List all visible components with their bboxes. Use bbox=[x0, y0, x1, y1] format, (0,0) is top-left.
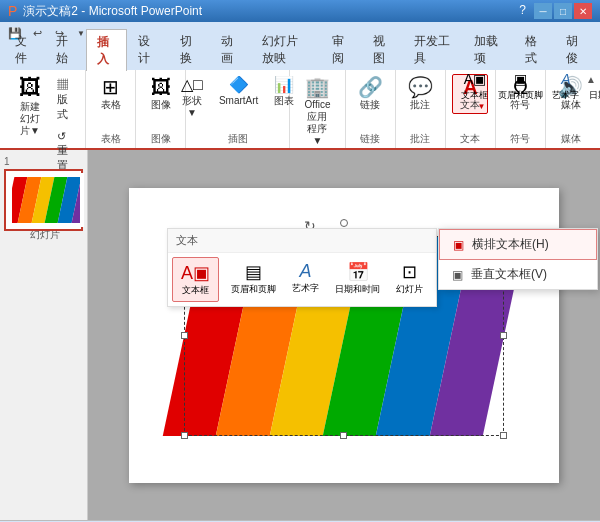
tab-animations[interactable]: 动画 bbox=[210, 28, 251, 70]
header-footer-icon: ▣ bbox=[514, 71, 527, 87]
ribbon-group-comments: 💬 批注 批注 bbox=[396, 70, 446, 148]
header-footer-btn[interactable]: ▣ 页眉和页脚 bbox=[495, 68, 546, 105]
ribbon-group-text: A 文本 ▼ 文本 A▣ 文本框 ▣ 页眉和页脚 A 艺术字 📅 日 bbox=[446, 70, 496, 148]
wordart-expanded-icon: A bbox=[300, 261, 312, 282]
window-title: 演示文稿2 - Microsoft PowerPoint bbox=[23, 3, 202, 20]
office-apps-button[interactable]: 🏢 Office应用程序▼ bbox=[298, 74, 337, 150]
symbols-group-label: 符号 bbox=[510, 130, 530, 146]
handle-middle-right[interactable] bbox=[500, 332, 507, 339]
tab-slideshow[interactable]: 幻灯片放映 bbox=[251, 28, 321, 70]
table-icon: ⊞ bbox=[102, 77, 119, 97]
tab-review[interactable]: 审阅 bbox=[321, 28, 362, 70]
header-footer-label: 页眉和页脚 bbox=[498, 89, 543, 102]
canvas-area: ↻ ▣ 横排文本框(H) ▣ 垂直文本框(V) 文本 A▣ 文本框 bbox=[88, 150, 600, 520]
slide-panel: 1 bbox=[0, 150, 88, 520]
main-area: 1 bbox=[0, 150, 600, 520]
text-ribbon-expanded: 文本 A▣ 文本框 ▤ 页眉和页脚 A 艺术字 📅 日期和时间 bbox=[167, 228, 437, 307]
image-icon: 🖼 bbox=[151, 77, 171, 97]
horizontal-textbox-label: 横排文本框(H) bbox=[472, 236, 549, 253]
tables-group-label: 表格 bbox=[101, 130, 121, 146]
title-bar-left: P 演示文稿2 - Microsoft PowerPoint bbox=[8, 3, 202, 20]
shapes-button[interactable]: △□ 形状▼ bbox=[173, 74, 211, 122]
close-button[interactable]: ✕ bbox=[574, 3, 592, 19]
tab-user[interactable]: 胡俊 bbox=[555, 28, 596, 70]
wordart-btn[interactable]: A 艺术字 bbox=[548, 68, 584, 105]
tab-developer[interactable]: 开发工具 bbox=[403, 28, 463, 70]
ribbon: 🖼 新建幻灯片▼ ▦ 版式 ↺ 重置 ☰ 节▼ 幻灯片 ⊞ 表格 表格 🖼 图像 bbox=[0, 70, 600, 150]
slide-thumbnail-container[interactable] bbox=[4, 169, 83, 231]
tab-insert[interactable]: 插入 bbox=[86, 29, 127, 71]
comment-label: 批注 bbox=[410, 99, 430, 111]
link-icon: 🔗 bbox=[358, 77, 383, 97]
layout-button[interactable]: ▦ 版式 bbox=[52, 74, 77, 125]
header-footer-expanded-icon: ▤ bbox=[245, 261, 262, 283]
tab-format[interactable]: 格式 bbox=[514, 28, 555, 70]
handle-middle-left[interactable] bbox=[181, 332, 188, 339]
slide-num-expanded-btn[interactable]: ⊡ 幻灯片 bbox=[388, 257, 431, 302]
handle-bottom-left[interactable] bbox=[181, 432, 188, 439]
rotate-handle[interactable] bbox=[340, 219, 348, 227]
wordart-icon: A bbox=[561, 71, 570, 87]
office-apps-label: Office应用程序▼ bbox=[303, 99, 332, 147]
maximize-button[interactable]: □ bbox=[554, 3, 572, 19]
tab-view[interactable]: 视图 bbox=[362, 28, 403, 70]
title-bar: P 演示文稿2 - Microsoft PowerPoint ? ─ □ ✕ bbox=[0, 0, 600, 22]
table-button[interactable]: ⊞ 表格 bbox=[93, 74, 129, 114]
minimize-button[interactable]: ─ bbox=[534, 3, 552, 19]
ribbon-group-links: 🔗 链接 链接 bbox=[346, 70, 396, 148]
text-section-label: 文本 bbox=[176, 233, 198, 248]
illustrations-group-items: △□ 形状▼ 🔷 SmartArt 📊 图表 bbox=[173, 74, 302, 122]
window-controls: ? ─ □ ✕ bbox=[519, 3, 592, 19]
handle-bottom-right[interactable] bbox=[500, 432, 507, 439]
textbox-expanded-label: 文本框 bbox=[182, 284, 209, 297]
wordart-label: 艺术字 bbox=[552, 89, 579, 102]
tab-transitions[interactable]: 切换 bbox=[169, 28, 210, 70]
ribbon-tabs: 文件 开始 插入 设计 切换 动画 幻灯片放映 审阅 视图 开发工具 加载项 格… bbox=[0, 44, 600, 70]
ribbon-group-slides: 🖼 新建幻灯片▼ ▦ 版式 ↺ 重置 ☰ 节▼ 幻灯片 bbox=[4, 70, 86, 148]
datetime-label: 日期和时间 bbox=[589, 89, 600, 102]
tab-addins[interactable]: 加载项 bbox=[463, 28, 514, 70]
slide-num-expanded-label: 幻灯片 bbox=[396, 283, 423, 296]
images-group-label: 图像 bbox=[151, 130, 171, 146]
wordart-expanded-label: 艺术字 bbox=[292, 282, 319, 295]
vertical-textbox-icon: ▣ bbox=[449, 267, 465, 283]
tab-design[interactable]: 设计 bbox=[127, 28, 168, 70]
textbox-vertical-option[interactable]: ▣ 垂直文本框(V) bbox=[439, 260, 597, 289]
new-slide-label: 新建幻灯片▼ bbox=[17, 101, 43, 137]
textbox-expanded-btn[interactable]: A▣ 文本框 bbox=[172, 257, 219, 302]
ribbon-group-tables: ⊞ 表格 表格 bbox=[86, 70, 136, 148]
textbox-btn[interactable]: A▣ 文本框 bbox=[457, 68, 493, 105]
tab-home[interactable]: 开始 bbox=[45, 28, 86, 70]
horizontal-textbox-icon: ▣ bbox=[450, 237, 466, 253]
link-button[interactable]: 🔗 链接 bbox=[352, 74, 388, 114]
comments-group-items: 💬 批注 bbox=[402, 74, 438, 114]
smartart-button[interactable]: 🔷 SmartArt bbox=[215, 74, 262, 110]
tables-group-items: ⊞ 表格 bbox=[93, 74, 129, 114]
smartart-label: SmartArt bbox=[219, 95, 258, 107]
tab-file[interactable]: 文件 bbox=[4, 28, 45, 70]
text-group-label: 文本 bbox=[460, 130, 480, 146]
wordart-expanded-btn[interactable]: A 艺术字 bbox=[284, 257, 327, 302]
text-section-header: 文本 bbox=[168, 229, 436, 253]
new-slide-icon: 🖼 bbox=[19, 77, 41, 99]
text-dropdown-menu: ▣ 横排文本框(H) ▣ 垂直文本框(V) bbox=[438, 228, 598, 290]
textbox-horizontal-option[interactable]: ▣ 横排文本框(H) bbox=[439, 229, 597, 260]
new-slide-button[interactable]: 🖼 新建幻灯片▼ bbox=[12, 74, 48, 140]
ribbon-group-illustrations: △□ 形状▼ 🔷 SmartArt 📊 图表 插图 bbox=[186, 70, 290, 148]
shapes-label: 形状▼ bbox=[178, 95, 206, 119]
link-label: 链接 bbox=[360, 99, 380, 111]
smartart-icon: 🔷 bbox=[229, 77, 249, 93]
shapes-icon: △□ bbox=[181, 77, 203, 93]
apps-group-items: 🏢 Office应用程序▼ bbox=[298, 74, 337, 150]
ribbon-group-apps: 🏢 Office应用程序▼ 应用程序 bbox=[290, 70, 346, 148]
datetime-expanded-btn[interactable]: 📅 日期和时间 bbox=[327, 257, 388, 302]
textbox-expanded-icon: A▣ bbox=[181, 262, 210, 284]
handle-bottom-middle[interactable] bbox=[340, 432, 347, 439]
help-icon[interactable]: ? bbox=[519, 3, 526, 19]
comments-group-label: 批注 bbox=[410, 130, 430, 146]
header-footer-expanded-btn[interactable]: ▤ 页眉和页脚 bbox=[223, 257, 284, 302]
comment-button[interactable]: 💬 批注 bbox=[402, 74, 438, 114]
header-footer-expanded-label: 页眉和页脚 bbox=[231, 283, 276, 296]
comment-icon: 💬 bbox=[408, 77, 433, 97]
datetime-btn[interactable]: 📅 日期和时间 bbox=[586, 68, 600, 105]
